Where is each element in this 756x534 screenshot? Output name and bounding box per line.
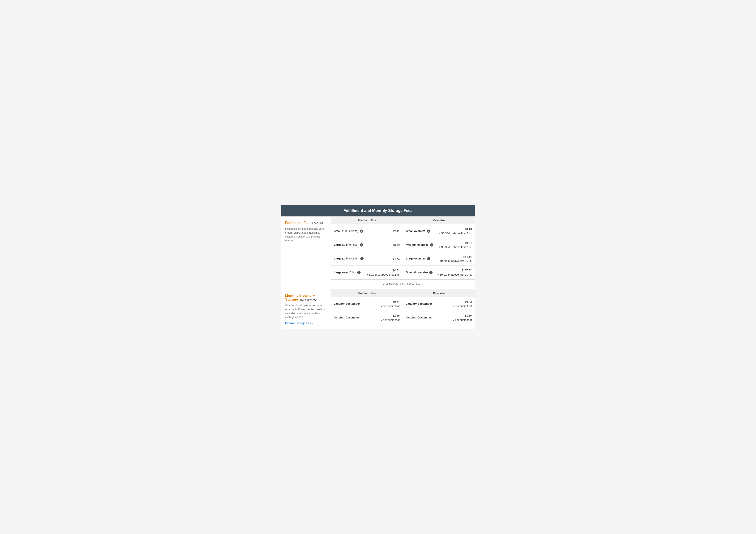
storage-standard-label-1: October-December bbox=[334, 316, 372, 319]
fulfillment-standard-price-3: $4.71 + $0.38/lb. above first 2 lb. bbox=[367, 268, 400, 277]
oversize-price-val-0: $8.13 bbox=[465, 227, 472, 231]
table-header: Fulfillment and Monthly Storage Fees bbox=[281, 205, 475, 216]
storage-unit-0: / per cubic foot bbox=[381, 304, 399, 308]
storage-left-col: Monthly Inventory Storage / per cubic fo… bbox=[281, 290, 331, 329]
storage-row-1: October-December $2.35 / per cubic foot … bbox=[331, 311, 475, 324]
fulfillment-oversize-price-0: $8.13 + $0.38/lb. above first 2 lb. bbox=[439, 227, 472, 235]
storage-subheader-row: Standard-Size Oversize bbox=[331, 290, 475, 297]
fulfillment-standard-0: Small (1 lb. or less) i $2.41 bbox=[331, 224, 403, 238]
fulfillment-standard-price-0: $2.41 bbox=[372, 229, 400, 233]
fulfillment-oversize-label-2: Large oversize i bbox=[406, 257, 437, 261]
storage-oversize-label-1: October-December bbox=[406, 316, 444, 319]
fulfillment-oversize-3: Special oversize i $137.32 + $0.91/lb. a… bbox=[403, 266, 475, 279]
clothing-note: Add $0.40/unit for clothing items bbox=[331, 279, 475, 289]
fulfillment-standard-label-bold-0: Small bbox=[334, 229, 341, 233]
fulfillment-standard-3: Large (over 2 lb.) i $4.71 + $0.38/lb. a… bbox=[331, 266, 403, 279]
storage-oversize-header: Oversize bbox=[403, 290, 475, 297]
table-title: Fulfillment and Monthly Storage Fees bbox=[343, 208, 413, 213]
fulfillment-oversize-0: Small oversize i $8.13 + $0.38/lb. above… bbox=[403, 224, 475, 238]
storage-oversize-unit-0: / per cubic foot bbox=[453, 304, 472, 308]
fulfillment-standard-1: Large (1 lb. or less) i $3.19 bbox=[331, 238, 403, 252]
info-icon-3[interactable]: i bbox=[357, 271, 361, 274]
fulfillment-standard-label-1: Large (1 lb. or less) i bbox=[334, 243, 372, 247]
oversize-price-val-2: $73.18 bbox=[463, 255, 472, 258]
fulfillment-standard-label-bold-1: Large bbox=[334, 243, 341, 246]
storage-unit-1: / per cubic foot bbox=[381, 318, 399, 321]
fulfillment-oversize-price-3: $137.32 + $0.91/lb. above first 90 lb. bbox=[437, 268, 472, 277]
standard-note-3: + $0.38/lb. above first 2 lb. bbox=[367, 273, 400, 276]
fulfillment-standard-header: Standard-Size bbox=[331, 216, 403, 224]
fulfillment-row-1: Large (1 lb. or less) i $3.19 Medium ove… bbox=[331, 238, 475, 252]
storage-row-0: January-September $0.64 / per cubic foot… bbox=[331, 297, 475, 311]
storage-oversize-price-val-0: $0.43 bbox=[465, 300, 472, 303]
fulfillment-desc: Includes picking and packing your orders… bbox=[285, 227, 327, 242]
storage-oversize-price-val-1: $1.15 bbox=[465, 314, 472, 317]
storage-standard-label-bold-1: October-December bbox=[334, 316, 359, 319]
oversize-note-3: + $0.91/lb. above first 90 lb. bbox=[437, 273, 472, 276]
oversize-price-val-3: $137.32 bbox=[462, 269, 472, 272]
fulfillment-oversize-label-3: Special oversize i bbox=[406, 270, 437, 274]
storage-section: Monthly Inventory Storage / per cubic fo… bbox=[281, 289, 475, 329]
storage-standard-price-1: $2.35 / per cubic foot bbox=[372, 314, 400, 322]
fulfillment-oversize-1: Medium oversize i $9.44 + $0.38/lb. abov… bbox=[403, 238, 475, 252]
storage-title-row: Monthly Inventory Storage / per cubic fo… bbox=[285, 294, 327, 301]
info-icon-2[interactable]: i bbox=[360, 257, 364, 260]
storage-oversize-price-0: $0.43 / per cubic foot bbox=[444, 300, 472, 308]
fulfillment-oversize-2: Large oversize i $73.18 + $0.79/lb. abov… bbox=[403, 252, 475, 266]
oversize-note-1: + $0.38/lb. above first 2 lb. bbox=[439, 245, 472, 249]
info-icon-oversize-1[interactable]: i bbox=[430, 243, 433, 246]
storage-price-val-0: $0.64 bbox=[393, 300, 400, 303]
calc-link[interactable]: Calculate storage fees > bbox=[285, 322, 327, 325]
fulfillment-oversize-label-0: Small oversize i bbox=[406, 229, 439, 233]
storage-oversize-1: October-December $1.15 / per cubic foot bbox=[403, 311, 475, 324]
storage-oversize-label-bold-0: January-September bbox=[406, 302, 432, 305]
storage-price-val-1: $2.35 bbox=[393, 314, 400, 317]
info-icon-0[interactable]: i bbox=[360, 230, 363, 233]
storage-standard-label-0: January-September bbox=[334, 302, 372, 306]
standard-price-val-3: $4.71 bbox=[393, 269, 400, 272]
storage-standard-0: January-September $0.64 / per cubic foot bbox=[331, 297, 403, 311]
fulfillment-standard-price-1: $3.19 bbox=[372, 243, 400, 247]
oversize-note-0: + $0.38/lb. above first 2 lb. bbox=[439, 232, 472, 235]
storage-standard-price-0: $0.64 / per cubic foot bbox=[372, 300, 400, 308]
info-icon-oversize-0[interactable]: i bbox=[427, 230, 430, 233]
fulfillment-standard-label-bold-3: Large bbox=[334, 271, 341, 274]
fulfillment-standard-label-3: Large (over 2 lb.) i bbox=[334, 270, 367, 274]
fulfillment-oversize-price-1: $9.44 + $0.38/lb. above first 2 lb. bbox=[439, 241, 472, 249]
fulfillment-standard-2: Large (1 lb. to 2 lb.) i $4.71 bbox=[331, 252, 403, 266]
storage-oversize-0: January-September $0.43 / per cubic foot bbox=[403, 297, 475, 311]
storage-standard-header: Standard-Size bbox=[331, 290, 403, 297]
fulfillment-oversize-label-1: Medium oversize i bbox=[406, 243, 439, 247]
info-icon-oversize-2[interactable]: i bbox=[427, 257, 430, 260]
storage-standard-label-bold-0: January-September bbox=[334, 302, 360, 305]
fulfillment-row-3: Large (over 2 lb.) i $4.71 + $0.38/lb. a… bbox=[331, 266, 475, 279]
fulfillment-oversize-header: Oversize bbox=[403, 216, 475, 224]
fulfillment-subtitle: / per unit bbox=[311, 221, 323, 225]
storage-oversize-price-1: $1.15 / per cubic foot bbox=[444, 314, 472, 322]
fulfillment-row-2: Large (1 lb. to 2 lb.) i $4.71 Large ove… bbox=[331, 252, 475, 266]
fulfillment-title-row: Fulfillment Fees / per unit bbox=[285, 221, 327, 225]
fulfillment-standard-label-0: Small (1 lb. or less) i bbox=[334, 229, 372, 233]
storage-oversize-unit-1: / per cubic foot bbox=[453, 318, 472, 321]
fulfillment-oversize-label-bold-0: Small oversize bbox=[406, 229, 425, 233]
info-icon-1[interactable]: i bbox=[360, 243, 363, 246]
main-container: Fulfillment and Monthly Storage Fees Ful… bbox=[281, 205, 475, 329]
fulfillment-oversize-label-bold-3: Special oversize bbox=[406, 271, 428, 274]
storage-oversize-label-bold-1: October-December bbox=[406, 316, 431, 319]
fulfillment-standard-price-2: $4.71 bbox=[372, 257, 400, 261]
fulfillment-oversize-label-bold-1: Medium oversize bbox=[406, 243, 429, 246]
info-icon-oversize-3[interactable]: i bbox=[429, 271, 433, 274]
fulfillment-subheader-row: Standard-Size Oversize bbox=[331, 216, 475, 224]
fulfillment-oversize-price-2: $73.18 + $0.79/lb. above first 90 lb. bbox=[437, 255, 472, 263]
fulfillment-right-col: Standard-Size Oversize Small (1 lb. or l… bbox=[331, 216, 475, 289]
storage-desc: Charged for all units stored in an Amazo… bbox=[285, 304, 327, 319]
oversize-note-2: + $0.79/lb. above first 90 lb. bbox=[437, 259, 472, 263]
fulfillment-left-col: Fulfillment Fees / per unit Includes pic… bbox=[281, 216, 331, 289]
storage-standard-1: October-December $2.35 / per cubic foot bbox=[331, 311, 403, 324]
storage-subtitle: / per cubic foot bbox=[298, 298, 317, 301]
fulfillment-oversize-label-bold-2: Large oversize bbox=[406, 257, 426, 260]
fulfillment-title: Fulfillment Fees bbox=[285, 221, 311, 225]
fulfillment-standard-label-bold-2: Large bbox=[334, 257, 341, 260]
fulfillment-row-0: Small (1 lb. or less) i $2.41 Small over… bbox=[331, 224, 475, 238]
storage-oversize-label-0: January-September bbox=[406, 302, 444, 306]
